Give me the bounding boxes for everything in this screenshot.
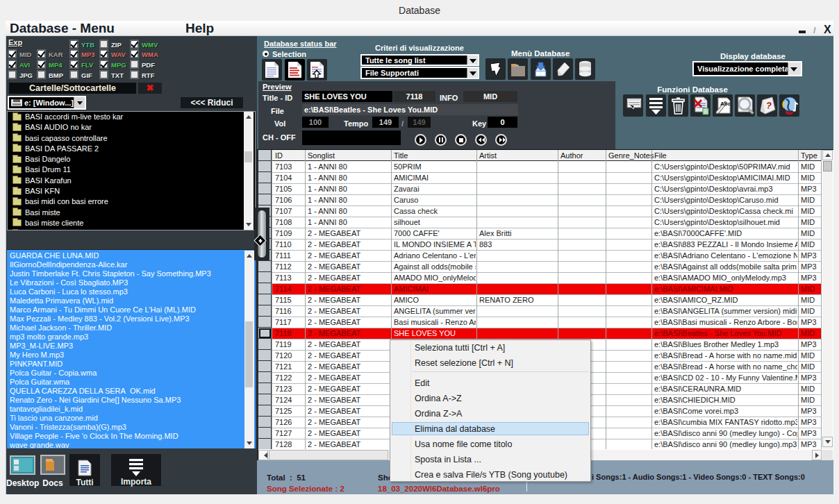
svg-text:Abc: Abc [720,101,731,107]
